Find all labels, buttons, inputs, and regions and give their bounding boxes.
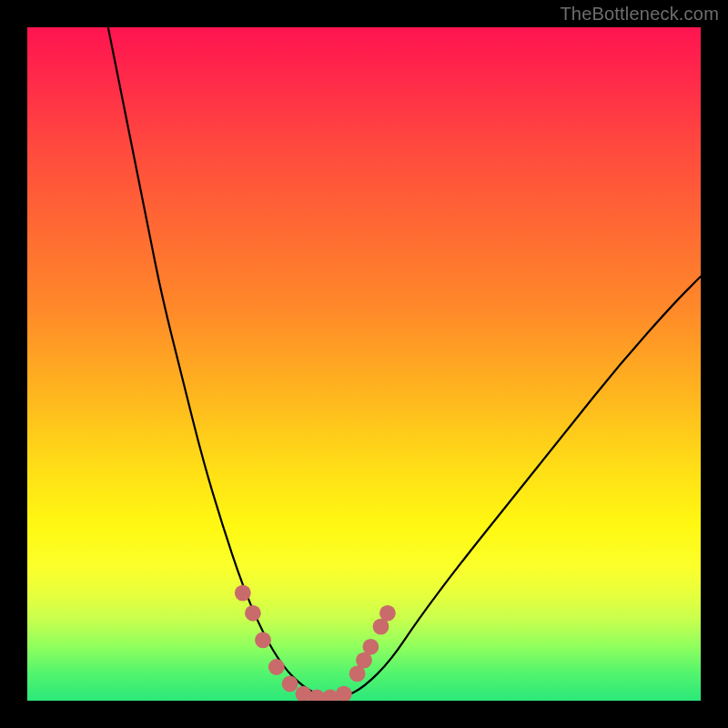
- curve-marker: [255, 632, 271, 649]
- plot-area: [27, 27, 701, 701]
- chart-svg: [27, 27, 701, 701]
- watermark-text: TheBottleneck.com: [560, 4, 719, 25]
- bottleneck-curve: [108, 27, 701, 697]
- curve-marker: [336, 686, 352, 701]
- chart-frame: TheBottleneck.com: [0, 0, 728, 728]
- curve-marker: [268, 659, 285, 675]
- curve-marker: [363, 639, 379, 655]
- marker-group: [235, 585, 396, 701]
- curve-marker: [379, 605, 396, 622]
- curve-marker: [235, 585, 251, 602]
- curve-marker: [282, 676, 298, 693]
- curve-marker: [245, 605, 261, 622]
